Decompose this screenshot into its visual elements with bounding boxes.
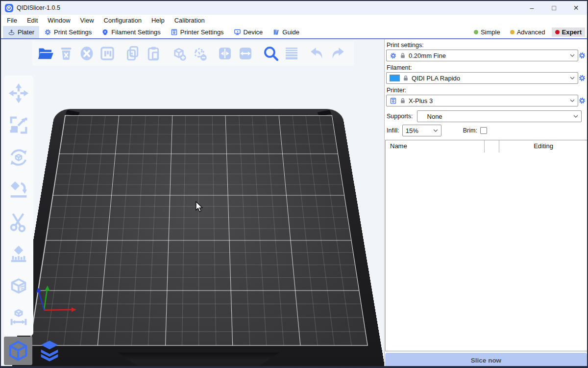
search-button[interactable] — [261, 43, 281, 64]
seam-button[interactable] — [6, 273, 31, 299]
cut-scissors-icon — [7, 210, 30, 233]
supports-combo[interactable]: None — [417, 110, 582, 122]
gear-icon — [390, 52, 397, 59]
add-instance-icon — [170, 45, 188, 62]
tab-filament-settings[interactable]: Filament Settings — [97, 26, 165, 38]
menu-view[interactable]: View — [75, 16, 99, 25]
menu-window[interactable]: Window — [43, 16, 75, 25]
place-on-face-button[interactable] — [6, 177, 31, 202]
mode-advanced[interactable]: Advanced — [507, 27, 549, 37]
remove-instance-button[interactable] — [189, 43, 210, 64]
tab-printer-settings[interactable]: Printer Settings — [166, 26, 229, 38]
advanced-mode-dot-icon — [510, 30, 514, 34]
print-settings-combo[interactable]: 0.20mm Fine — [386, 50, 578, 61]
mouse-cursor-icon — [195, 201, 204, 213]
chevron-down-icon — [573, 115, 578, 118]
scale-button[interactable] — [6, 112, 31, 138]
tab-label: Guide — [282, 28, 299, 36]
redo-icon — [329, 45, 346, 62]
menu-configuration[interactable]: Configuration — [99, 16, 147, 25]
menu-help[interactable]: Help — [147, 16, 170, 25]
split-to-parts-button[interactable] — [235, 43, 256, 64]
menu-file[interactable]: File — [2, 16, 22, 25]
trash-icon — [57, 45, 75, 62]
slice-now-button[interactable]: Slice now — [385, 353, 587, 368]
3d-editor-view-button[interactable] — [4, 337, 32, 365]
preview-button[interactable] — [35, 337, 64, 365]
title-bar: QIDISlicer-1.0.5 – □ ✕ — [1, 1, 587, 15]
infill-combo[interactable]: 15% — [402, 125, 441, 136]
filament-combo[interactable]: QIDI PLA Rapido — [386, 72, 578, 84]
chevron-down-icon — [570, 99, 575, 102]
simple-mode-dot-icon — [474, 30, 478, 34]
object-list-table[interactable]: Name Editing — [385, 140, 588, 351]
print-settings-value: 0.20mm Fine — [409, 52, 567, 59]
lock-icon — [400, 98, 406, 104]
filament-value: QIDI PLA Rapido — [412, 75, 567, 82]
print-bed — [49, 89, 348, 344]
column-editing: Editing — [499, 142, 588, 150]
mode-expert[interactable]: Expert — [552, 27, 585, 37]
paint-supports-button[interactable] — [6, 241, 31, 266]
menu-edit[interactable]: Edit — [22, 16, 43, 25]
split-to-objects-button[interactable] — [215, 43, 235, 64]
undo-button[interactable] — [307, 43, 327, 64]
variable-layer-height-button[interactable] — [281, 43, 302, 64]
printer-gear-button[interactable] — [578, 97, 586, 105]
mode-label: Simple — [481, 28, 500, 36]
cut-button[interactable] — [6, 209, 31, 235]
column-name: Name — [390, 142, 407, 150]
paste-button[interactable] — [143, 43, 164, 64]
open-button[interactable] — [35, 43, 56, 64]
menu-bar: File Edit Window View Configuration Help… — [1, 15, 587, 26]
app-logo-icon — [5, 4, 13, 12]
delete-all-button[interactable] — [76, 43, 97, 64]
supports-label: Supports: — [387, 113, 413, 120]
measure-icon — [7, 307, 30, 329]
print-settings-label: Print settings: — [387, 42, 424, 49]
tab-device[interactable]: Device — [229, 26, 268, 38]
axes-gizmo-icon — [29, 271, 83, 315]
sidebar: Print settings: 0.20mm Fine Filament: QI… — [384, 39, 587, 366]
arrange-button[interactable] — [97, 43, 118, 64]
mode-simple[interactable]: Simple — [470, 27, 504, 37]
plater-icon — [8, 28, 15, 36]
tab-bar: Plater Print Settings Filament Settings … — [1, 26, 587, 39]
printer-icon — [390, 97, 397, 105]
brim-checkbox[interactable] — [480, 127, 487, 134]
print-settings-gear-button[interactable] — [578, 52, 586, 59]
minimize-button[interactable]: – — [521, 1, 543, 15]
infill-row: Infill: 15% Brim: — [387, 125, 487, 136]
lock-icon — [400, 53, 406, 58]
tab-guide[interactable]: Guide — [268, 26, 304, 38]
paint-supports-icon — [7, 242, 30, 265]
delete-button[interactable] — [56, 43, 76, 64]
tab-plater[interactable]: Plater — [3, 26, 39, 38]
bed-front-notch — [116, 352, 282, 366]
printer-label: Printer: — [387, 87, 406, 94]
lock-icon — [403, 75, 409, 81]
filament-color-swatch — [390, 75, 400, 81]
supports-value: None — [420, 113, 570, 120]
rotate-button[interactable] — [6, 145, 31, 170]
move-button[interactable] — [6, 80, 31, 106]
tab-label: Filament Settings — [111, 28, 160, 36]
tab-print-settings[interactable]: Print Settings — [39, 26, 97, 38]
copy-button[interactable] — [122, 43, 143, 64]
filament-gear-button[interactable] — [578, 74, 586, 82]
redo-button[interactable] — [327, 43, 348, 64]
search-icon — [262, 45, 280, 62]
mode-label: Expert — [562, 28, 582, 36]
3d-viewport[interactable] — [1, 39, 384, 366]
gizmo-toolbar — [4, 76, 33, 336]
menu-calibration[interactable]: Calibration — [170, 16, 210, 25]
place-on-face-icon — [7, 178, 30, 201]
copy-icon — [124, 45, 142, 62]
close-button[interactable]: ✕ — [565, 1, 587, 15]
tab-label: Plater — [18, 28, 34, 36]
printer-combo[interactable]: X-Plus 3 — [386, 95, 578, 106]
maximize-button[interactable]: □ — [543, 1, 565, 15]
tab-label: Print Settings — [54, 28, 92, 36]
measure-button[interactable] — [6, 305, 31, 331]
add-instance-button[interactable] — [169, 43, 189, 64]
